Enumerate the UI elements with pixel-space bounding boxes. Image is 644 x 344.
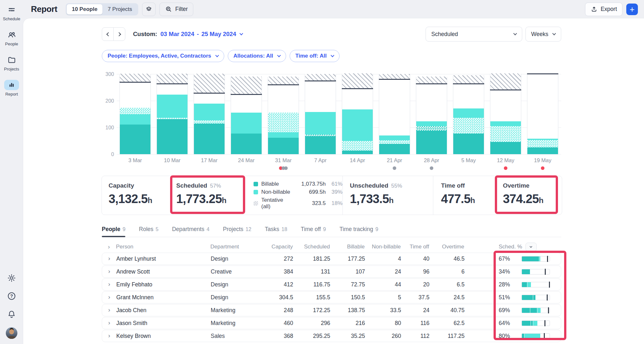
- segment-nonbillable: [157, 95, 187, 118]
- next-period-button[interactable]: [113, 27, 125, 41]
- table-row[interactable]: ›Jacob ChenMarketing248172.25138.7533.52…: [102, 304, 561, 316]
- sidebar-item-report[interactable]: Report: [4, 80, 19, 97]
- capacity-line: [268, 84, 299, 85]
- toggle-projects[interactable]: 7 Projects: [102, 4, 137, 14]
- dot-cell: [487, 166, 524, 170]
- notifications-icon[interactable]: [7, 309, 16, 319]
- sched-pct-bar: [522, 333, 550, 339]
- nonbillable-segment: [539, 256, 540, 261]
- capacity-value: 3,132.5h: [109, 192, 170, 206]
- segment-billable: [194, 124, 225, 154]
- col-nonbillable[interactable]: Non-billable: [365, 244, 401, 250]
- unscheduled-card: Unscheduled55% 1,733.5h: [343, 176, 433, 215]
- tab-departments[interactable]: Departments4: [172, 226, 209, 237]
- dot-cell: [450, 166, 487, 170]
- row-expand-chevron[interactable]: ›: [102, 268, 116, 276]
- prev-period-button[interactable]: [102, 27, 114, 41]
- date-start: 03 Mar 2024: [160, 31, 194, 38]
- capacity-tick: [549, 282, 550, 288]
- scheduled-value: 181.25: [293, 256, 330, 262]
- table-row[interactable]: ›Amber LynhurstDesign272181.25177.254404…: [102, 253, 561, 265]
- sidebar-item-projects[interactable]: Projects: [4, 55, 19, 71]
- export-label: Export: [601, 6, 617, 13]
- metric-select[interactable]: Scheduled: [426, 27, 522, 42]
- over-capacity-hatch: [305, 74, 336, 81]
- table-row[interactable]: ›Jason SmithMarketing4602962168011662.56…: [102, 317, 561, 329]
- dot-cell: [191, 166, 228, 170]
- dot-cell: [413, 166, 450, 170]
- over-capacity-hatch: [453, 75, 484, 84]
- tab-time-off[interactable]: Time off9: [301, 226, 326, 237]
- sort-button[interactable]: [525, 243, 537, 251]
- col-timeoff[interactable]: Time off: [401, 244, 429, 250]
- col-overtime[interactable]: Overtime: [429, 244, 464, 250]
- timeoff-value: 477.5h: [441, 192, 496, 206]
- billable-segment: [522, 321, 531, 326]
- legend-row: Tentative (all)323.518%: [254, 197, 342, 210]
- sidebar-item-label: Report: [5, 92, 18, 97]
- capacity-value: 248: [271, 307, 293, 314]
- dot-cell: [117, 166, 154, 170]
- table-header: › Person Department Capacity Scheduled B…: [102, 241, 561, 253]
- add-button[interactable]: +: [626, 4, 638, 15]
- overtime-value: 40.75: [429, 307, 465, 314]
- tab-people[interactable]: People9: [102, 226, 125, 237]
- row-expand-chevron[interactable]: ›: [102, 293, 116, 302]
- table-row[interactable]: ›Emily FebhatoDesign412116.7572.7544206.…: [102, 278, 561, 291]
- scheduled-value: 131: [293, 268, 330, 275]
- tab-count: 9: [122, 227, 125, 232]
- bar-column: [524, 73, 561, 154]
- table-row[interactable]: ›Andrew ScottCreative3841311072496634%: [102, 265, 561, 278]
- date-range-button[interactable]: 03 Mar 2024 - 25 May 2024: [160, 31, 243, 38]
- row-expand-chevron[interactable]: ›: [102, 306, 116, 314]
- scheduled-value: 296: [293, 320, 330, 327]
- dot-cell: [265, 166, 302, 170]
- export-button[interactable]: Export: [585, 3, 622, 16]
- report-tabs: People9Roles5Departments4Projects12Tasks…: [102, 226, 561, 237]
- legend-value: 1,073.75h: [292, 181, 326, 187]
- person-name: Amber Lynhurst: [116, 256, 211, 262]
- sidebar-item-people[interactable]: People: [4, 30, 19, 46]
- sidebar-item-label: People: [5, 42, 18, 46]
- col-capacity[interactable]: Capacity: [270, 244, 293, 250]
- unscheduled-value: 1,733.5h: [350, 192, 433, 206]
- row-expand-chevron[interactable]: ›: [102, 281, 116, 289]
- sched-pct-bar-cell: [510, 308, 562, 313]
- over-capacity-hatch: [231, 77, 262, 94]
- page-title: Report: [31, 4, 57, 14]
- col-department[interactable]: Department: [210, 244, 270, 250]
- table-row[interactable]: ›Kelsey BrownSales368295.2535.2526011211…: [102, 330, 561, 342]
- col-billable[interactable]: Billable: [330, 244, 365, 250]
- tab-tasks[interactable]: Tasks18: [265, 226, 287, 237]
- row-expand-chevron[interactable]: ›: [102, 319, 116, 327]
- capacity-bar: [490, 74, 521, 154]
- sched-pct-bar-cell: [510, 295, 562, 300]
- help-icon[interactable]: ?: [7, 291, 16, 301]
- col-scheduled[interactable]: Scheduled: [293, 244, 330, 250]
- filter-button[interactable]: Filter: [159, 3, 193, 16]
- row-expand-chevron[interactable]: ›: [102, 332, 116, 340]
- settings-icon[interactable]: [7, 273, 16, 283]
- projects-icon: [4, 55, 19, 65]
- allocations-filter-pill[interactable]: Allocations: All: [228, 50, 286, 62]
- sidebar-item-label: Schedule: [3, 16, 20, 21]
- col-person[interactable]: Person: [116, 244, 210, 250]
- tab-time-tracking[interactable]: Time tracking9: [340, 226, 378, 237]
- nonbillable-value: 5: [365, 294, 401, 301]
- tab-projects[interactable]: Projects12: [223, 226, 251, 237]
- segment-billable: [305, 136, 336, 154]
- table-row[interactable]: ›Grant McInnenDesign304.5155.5150.5537.5…: [102, 291, 561, 303]
- row-expand-chevron[interactable]: ›: [102, 255, 116, 263]
- tab-roles[interactable]: Roles5: [139, 226, 159, 237]
- people-filter-pill[interactable]: People: Employees, Active, Contractors: [102, 50, 224, 62]
- nonbillable-segment: [527, 282, 531, 287]
- bar-column: [228, 73, 265, 154]
- avatar[interactable]: [6, 327, 17, 339]
- timeoff-filter-pill[interactable]: Time off: All: [290, 50, 340, 62]
- interval-select-value: Weeks: [531, 31, 548, 38]
- toggle-people[interactable]: 10 People: [67, 4, 102, 14]
- interval-select[interactable]: Weeks: [525, 27, 561, 42]
- sidebar-item-schedule[interactable]: Schedule: [3, 5, 20, 21]
- billable-value: 107: [330, 268, 365, 275]
- group-by-button[interactable]: [142, 3, 156, 16]
